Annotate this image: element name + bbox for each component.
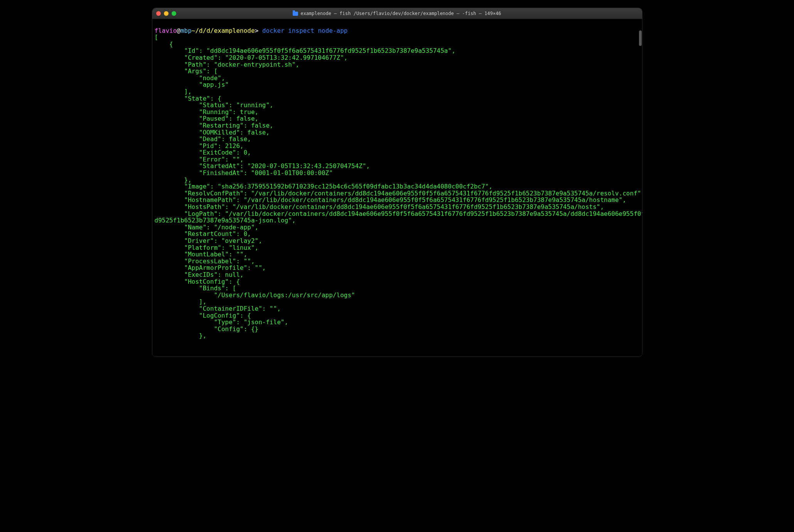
json-line: "Path": "docker-entrypoint.sh", bbox=[155, 61, 300, 68]
folder-icon bbox=[293, 12, 298, 16]
json-line: "node", bbox=[155, 74, 225, 82]
json-line: "ExitCode": 0, bbox=[155, 149, 251, 156]
terminal-window: examplenode — fish /Users/flavio/dev/doc… bbox=[152, 8, 642, 357]
json-line: "AppArmorProfile": "", bbox=[155, 264, 266, 271]
json-line: "Name": "/node-app", bbox=[155, 224, 259, 231]
prompt-path: ~/d/d/examplenode bbox=[192, 27, 255, 34]
cmd-target: node-app bbox=[318, 27, 347, 34]
json-line: "LogConfig": { bbox=[155, 312, 251, 319]
terminal-body[interactable]: flavio@mbp~/d/d/examplenode> docker insp… bbox=[152, 19, 642, 357]
json-line: "Image": "sha256:3759551592b6710239cc125… bbox=[155, 183, 493, 190]
json-line: "Driver": "overlay2", bbox=[155, 237, 262, 244]
json-line: }, bbox=[155, 176, 192, 184]
json-line: "ResolvConfPath": "/var/lib/docker/conta… bbox=[155, 190, 642, 197]
json-line: "StartedAt": "2020-07-05T13:32:43.250704… bbox=[155, 162, 370, 170]
json-line: "Pid": 2126, bbox=[155, 142, 244, 150]
json-line: "Paused": false, bbox=[155, 115, 259, 122]
json-line: "Id": "dd8dc194ae606e955f0f5f6a6575431f6… bbox=[155, 47, 455, 54]
json-line: "Binds": [ bbox=[155, 285, 236, 292]
json-line: "Platform": "linux", bbox=[155, 244, 259, 251]
json-line: ], bbox=[155, 88, 192, 95]
scrollbar[interactable] bbox=[639, 30, 642, 46]
json-line: "Dead": false, bbox=[155, 135, 251, 143]
json-line: "HostnamePath": "/var/lib/docker/contain… bbox=[155, 196, 626, 204]
json-line: "OOMKilled": false, bbox=[155, 129, 270, 136]
json-line: "HostConfig": { bbox=[155, 278, 240, 285]
json-line: "MountLabel": "", bbox=[155, 251, 248, 258]
json-line: "FinishedAt": "0001-01-01T00:00:00Z" bbox=[155, 169, 333, 177]
json-line: "Config": {} bbox=[155, 325, 259, 333]
json-line: "ExecIDs": null, bbox=[155, 271, 244, 278]
json-line: "Created": "2020-07-05T13:32:42.99710467… bbox=[155, 54, 348, 61]
json-line: "ProcessLabel": "", bbox=[155, 258, 255, 265]
window-titlebar[interactable]: examplenode — fish /Users/flavio/dev/doc… bbox=[152, 8, 642, 19]
json-line: "Args": [ bbox=[155, 67, 218, 75]
json-line: "Status": "running", bbox=[155, 101, 273, 109]
json-output: [ { "Id": "dd8dc194ae606e955f0f5f6a65754… bbox=[155, 34, 642, 339]
prompt-at: @ bbox=[177, 27, 180, 34]
prompt-user: flavio bbox=[155, 27, 177, 34]
window-title: examplenode — fish /Users/flavio/dev/doc… bbox=[152, 11, 642, 16]
json-line: "app.js" bbox=[155, 81, 229, 88]
json-line: "State": { bbox=[155, 95, 221, 102]
json-line: "HostsPath": "/var/lib/docker/containers… bbox=[155, 203, 604, 210]
prompt-host: mbp bbox=[180, 27, 192, 34]
json-line: "Running": true, bbox=[155, 108, 259, 116]
json-line: [ bbox=[155, 34, 158, 41]
json-line: { bbox=[155, 40, 173, 48]
cmd-inspect: inspect bbox=[288, 27, 314, 34]
json-line: "Type": "json-file", bbox=[155, 318, 288, 326]
json-line: ], bbox=[155, 298, 207, 305]
json-line: "ContainerIDFile": "", bbox=[155, 305, 281, 312]
prompt-arrow: > bbox=[255, 27, 259, 34]
json-line: "LogPath": "/var/lib/docker/containers/d… bbox=[155, 210, 642, 224]
json-line: }, bbox=[155, 332, 207, 339]
json-line: "RestartCount": 0, bbox=[155, 230, 251, 237]
window-title-text: examplenode — fish /Users/flavio/dev/doc… bbox=[300, 11, 501, 16]
cmd-docker: docker bbox=[262, 27, 285, 34]
json-line: "Restarting": false, bbox=[155, 122, 273, 129]
json-line: "Error": "", bbox=[155, 156, 244, 163]
json-line: "/Users/flavio/logs:/usr/src/app/logs" bbox=[155, 291, 355, 299]
